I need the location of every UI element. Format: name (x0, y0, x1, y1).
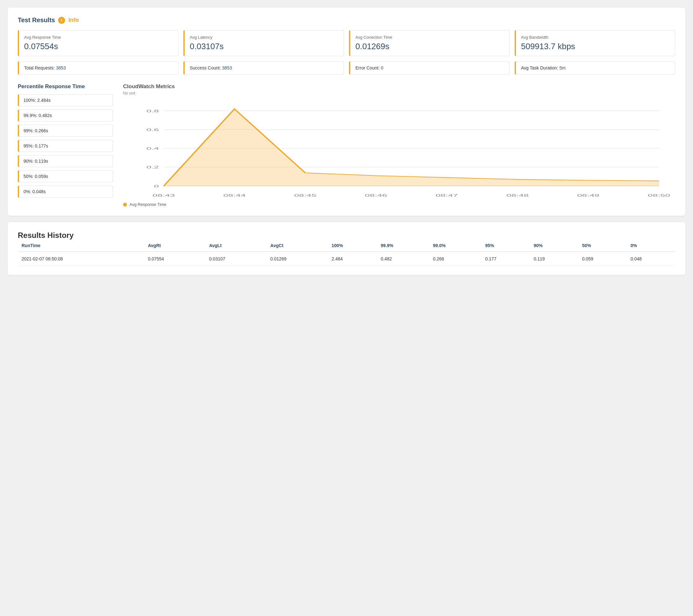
cell-0-6: 0.266 (429, 251, 481, 266)
metric-card-2: Avg Conection Time 0.01269s (349, 30, 510, 56)
cell-0-7: 0.177 (481, 251, 530, 266)
svg-text:08:45: 08:45 (294, 193, 316, 198)
percentile-item-0: 100%: 2.484s (18, 94, 113, 106)
cell-0-8: 0.119 (530, 251, 578, 266)
chart-section: CloudWatch Metrics No unit 00.20.40.60.8… (123, 83, 675, 207)
cell-0-10: 0.048 (627, 251, 675, 266)
metric-label-0: Avg Response Time (24, 35, 173, 40)
svg-text:08:50: 08:50 (648, 193, 670, 198)
chart-svg: 00.20.40.60.808:4308:4408:4508:4608:4708… (123, 98, 675, 200)
metric-card-0: Avg Response Time 0.07554s (18, 30, 178, 56)
stat-value-3: 5m (559, 65, 566, 70)
test-results-title: Test Results i Info (18, 17, 675, 24)
chart-container: 00.20.40.60.808:4308:4408:4508:4608:4708… (123, 98, 675, 200)
col-header-5: 99.9% (377, 240, 429, 251)
svg-text:08:49: 08:49 (577, 193, 599, 198)
svg-text:0.8: 0.8 (146, 109, 159, 113)
percentile-item-4: 90%: 0.119s (18, 155, 113, 167)
percentile-list: 100%: 2.484s99.9%: 0.482s99%: 0.266s95%:… (18, 94, 113, 198)
col-header-1: AvgRt (144, 240, 205, 251)
results-table: RunTimeAvgRtAvgLtAvgCt100%99.9%99.0%95%9… (18, 240, 675, 266)
svg-text:0.6: 0.6 (146, 127, 159, 132)
stat-card-2: Error Count: 0 (349, 61, 510, 75)
col-header-0: RunTime (18, 240, 144, 251)
table-row: 2021-02-07 08:50:080.075540.031070.01269… (18, 251, 675, 266)
table-body: 2021-02-07 08:50:080.075540.031070.01269… (18, 251, 675, 266)
col-header-2: AvgLt (205, 240, 266, 251)
cell-0-1: 0.07554 (144, 251, 205, 266)
legend-label: Avg Response Time (130, 202, 166, 207)
legend-dot (123, 203, 127, 206)
metric-value-3: 509913.7 kbps (521, 42, 670, 52)
metric-card-1: Avg Latency 0.03107s (183, 30, 344, 56)
cell-0-0: 2021-02-07 08:50:08 (18, 251, 144, 266)
table-header-row: RunTimeAvgRtAvgLtAvgCt100%99.9%99.0%95%9… (18, 240, 675, 251)
metric-value-1: 0.03107s (190, 42, 339, 52)
chart-unit-label: No unit (123, 91, 675, 96)
metric-card-3: Avg Bandwidth 509913.7 kbps (515, 30, 675, 56)
stat-card-3: Avg Task Duration: 5m (515, 61, 675, 75)
info-icon[interactable]: i (58, 17, 65, 24)
cell-0-9: 0.059 (578, 251, 627, 266)
results-history-card: Results History RunTimeAvgRtAvgLtAvgCt10… (7, 222, 686, 275)
metric-value-0: 0.07554s (24, 42, 173, 52)
svg-text:08:44: 08:44 (223, 193, 245, 198)
cell-0-3: 0.01269 (266, 251, 328, 266)
percentile-item-3: 95%: 0.177s (18, 140, 113, 152)
chart-legend: Avg Response Time (123, 202, 675, 207)
svg-text:08:47: 08:47 (436, 193, 458, 198)
col-header-3: AvgCt (266, 240, 328, 251)
percentile-item-2: 99%: 0.266s (18, 125, 113, 137)
svg-text:08:43: 08:43 (153, 193, 175, 198)
stat-card-1: Success Count: 3853 (183, 61, 344, 75)
percentile-item-5: 50%: 0.059s (18, 170, 113, 182)
svg-text:0.2: 0.2 (146, 165, 159, 169)
info-label: Info (68, 17, 79, 23)
metrics-row: Avg Response Time 0.07554s Avg Latency 0… (18, 30, 675, 56)
cell-0-4: 2.484 (328, 251, 377, 266)
percentile-item-6: 0%: 0.048s (18, 186, 113, 198)
metric-label-2: Avg Conection Time (355, 35, 504, 40)
col-header-6: 99.0% (429, 240, 481, 251)
stat-value-0: 3853 (56, 65, 66, 70)
metric-label-1: Avg Latency (190, 35, 339, 40)
col-header-10: 0% (627, 240, 675, 251)
cell-0-2: 0.03107 (205, 251, 266, 266)
svg-text:0.4: 0.4 (146, 146, 159, 151)
percentile-item-1: 99.9%: 0.482s (18, 109, 113, 122)
stat-value-2: 0 (381, 65, 383, 70)
metric-value-2: 0.01269s (355, 42, 504, 52)
svg-text:08:48: 08:48 (507, 193, 529, 198)
metric-label-3: Avg Bandwidth (521, 35, 670, 40)
bottom-section: Percentile Response Time 100%: 2.484s99.… (18, 83, 675, 207)
cell-0-5: 0.482 (377, 251, 429, 266)
table-head: RunTimeAvgRtAvgLtAvgCt100%99.9%99.0%95%9… (18, 240, 675, 251)
col-header-9: 50% (578, 240, 627, 251)
col-header-8: 90% (530, 240, 578, 251)
stats-row: Total Requests: 3853Success Count: 3853E… (18, 61, 675, 75)
test-results-card: Test Results i Info Avg Response Time 0.… (7, 7, 686, 216)
svg-text:08:46: 08:46 (365, 193, 387, 198)
chart-title: CloudWatch Metrics (123, 83, 675, 90)
results-history-title: Results History (18, 231, 675, 240)
col-header-7: 95% (481, 240, 530, 251)
svg-text:0: 0 (154, 184, 159, 188)
percentile-title: Percentile Response Time (18, 83, 113, 90)
percentile-section: Percentile Response Time 100%: 2.484s99.… (18, 83, 113, 207)
stat-card-0: Total Requests: 3853 (18, 61, 178, 75)
title-text: Test Results (18, 17, 55, 24)
stat-value-1: 3853 (222, 65, 232, 70)
col-header-4: 100% (328, 240, 377, 251)
